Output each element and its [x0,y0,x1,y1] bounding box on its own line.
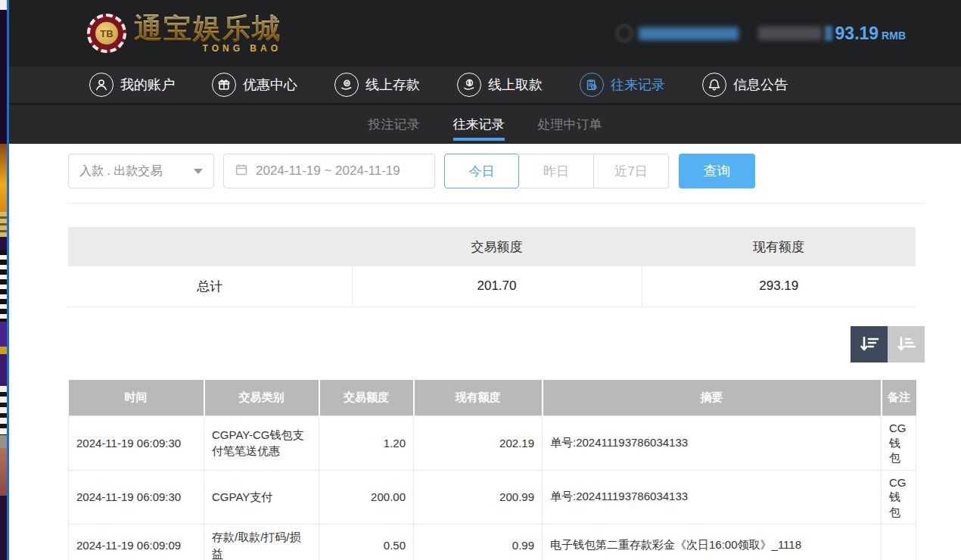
section-divider [68,203,925,204]
sort-controls [68,326,925,362]
balance-currency: RMB [882,30,906,42]
table-row: 2024-11-19 06:09:30 CGPAY支付 200.00 200.9… [69,470,916,524]
cell-type: CGPAY-CG钱包支付笔笔送优惠 [204,416,319,471]
records-icon [580,73,604,97]
cell-type: CGPAY支付 [204,470,319,524]
balance-amount: 93.19 [835,23,879,44]
tab-label: 往来记录 [453,116,505,133]
summary-current-total: 293.19 [642,266,916,306]
col-current: 现有额度 [414,380,543,416]
transactions-table: 时间 交易类别 交易额度 现有额度 摘要 备注 2024-11-19 06:09… [68,380,916,560]
tab-label: 处理中订单 [538,116,602,133]
table-row: 2024-11-19 06:09:30 CGPAY-CG钱包支付笔笔送优惠 1.… [69,416,916,471]
nav-label: 往来记录 [611,76,665,94]
top-header: TB 通宝娱乐城 TONG BAO 93.19 RMB [9,0,961,67]
chevron-down-icon [194,169,203,174]
avatar-icon [616,25,633,42]
col-note: 备注 [882,380,916,416]
window-divider-line [7,0,9,560]
redacted-username [639,27,739,40]
summary-header-current: 现有额度 [642,227,916,266]
filter-bar: 入款 . 出款交易 2024-11-19 ~ 2024-11-19 今日 昨日 … [68,154,925,188]
deposit-icon [334,73,359,97]
last-7-days-button[interactable]: 近7日 [594,154,669,188]
cell-time: 2024-11-19 06:09:09 [69,524,204,560]
calendar-icon [235,163,248,180]
nav-label: 信息公告 [733,76,788,94]
redacted-balance-digit [825,26,832,41]
primary-nav: 我的账户 优惠中心 线上存款 线上取款 [9,67,961,105]
header-account-area: 93.19 RMB [616,23,906,44]
site-logo[interactable]: TB 通宝娱乐城 TONG BAO [87,14,281,53]
cell-amount: 1.20 [319,416,414,471]
cell-current: 200.99 [414,470,543,524]
cell-summary: 电子钱包第二重存款彩金《次日16:00领取》_1118 [543,524,882,560]
yesterday-button[interactable]: 昨日 [519,154,594,188]
nav-label: 线上取款 [488,76,543,94]
tab-transaction-records[interactable]: 往来记录 [453,105,505,144]
table-header-row: 时间 交易类别 交易额度 现有额度 摘要 备注 [69,380,916,416]
records-tab-bar: 投注记录 往来记录 处理中订单 [9,105,961,144]
today-button[interactable]: 今日 [444,154,519,188]
col-summary: 摘要 [543,380,882,416]
page: TB 通宝娱乐城 TONG BAO 93.19 RMB [0,0,961,560]
balance-display: 93.19 RMB [758,23,906,44]
nav-label: 线上存款 [365,76,420,94]
cell-time: 2024-11-19 06:09:30 [69,470,204,524]
cell-current: 0.99 [414,524,543,560]
user-icon [89,73,114,97]
summary-header-transaction: 交易额度 [352,227,642,266]
nav-item-my-account[interactable]: 我的账户 [89,73,175,97]
date-range-value: 2024-11-19 ~ 2024-11-19 [256,163,400,179]
query-button[interactable]: 查询 [679,154,755,188]
user-info [616,25,739,42]
cell-note [882,524,916,560]
nav-item-transaction-records[interactable]: 往来记录 [580,73,665,97]
col-type: 交易类别 [204,380,319,416]
cell-current: 202.19 [414,416,543,471]
col-time: 时间 [69,380,204,416]
summary-total-row: 总计 201.70 293.19 [68,266,916,306]
logo-subtitle: TONG BAO [203,44,281,53]
cell-time: 2024-11-19 06:09:30 [69,416,204,471]
quick-date-buttons: 今日 昨日 近7日 [444,154,669,188]
tab-processing-orders[interactable]: 处理中订单 [538,105,602,144]
cell-note: CG钱包 [882,416,916,471]
nav-item-promotions[interactable]: 优惠中心 [212,73,297,97]
cell-summary: 单号:202411193786034133 [543,416,882,471]
chip-monogram: TB [95,22,118,45]
cell-amount: 200.00 [319,470,414,524]
sort-ascending-icon[interactable] [888,326,925,362]
nav-item-deposit[interactable]: 线上存款 [334,73,420,97]
tab-label: 投注记录 [369,116,420,133]
summary-header-blank [68,227,352,266]
date-range-input[interactable]: 2024-11-19 ~ 2024-11-19 [223,154,435,188]
table-row: 2024-11-19 06:09:09 存款/取款/打码/损益 0.50 0.9… [69,524,916,560]
gift-icon [212,73,236,97]
summary-table: 交易额度 现有额度 总计 201.70 293.19 [68,227,916,307]
cell-type: 存款/取款/打码/损益 [204,524,319,560]
sort-descending-icon[interactable] [851,326,888,362]
tab-betting-records[interactable]: 投注记录 [369,105,420,144]
content-area: 入款 . 出款交易 2024-11-19 ~ 2024-11-19 今日 昨日 … [9,144,961,560]
nav-item-announcements[interactable]: 信息公告 [702,73,788,97]
background-window-edge [0,0,7,560]
withdraw-icon [457,73,481,97]
casino-chip-icon: TB [87,14,126,53]
dropdown-value: 入款 . 出款交易 [79,163,162,179]
nav-label: 我的账户 [120,76,175,94]
cell-note: CG钱包 [882,470,916,524]
redacted-balance-label [758,26,822,40]
logo-title: 通宝娱乐城 [134,14,281,42]
cell-amount: 0.50 [319,524,414,560]
col-amount: 交易额度 [319,380,414,416]
bell-icon [702,73,726,97]
transaction-type-dropdown[interactable]: 入款 . 出款交易 [68,154,214,188]
summary-transaction-total: 201.70 [352,266,642,306]
nav-item-withdraw[interactable]: 线上取款 [457,73,543,97]
nav-label: 优惠中心 [243,76,297,94]
summary-row-label: 总计 [68,266,352,306]
cell-summary: 单号:202411193786034133 [543,470,882,524]
